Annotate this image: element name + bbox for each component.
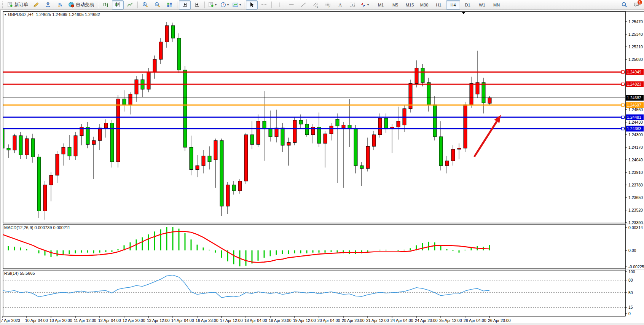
crosshair-button[interactable] <box>258 0 270 10</box>
text-icon: A <box>337 2 343 8</box>
fibonacci-button[interactable]: F <box>322 0 334 10</box>
candle-body <box>354 129 357 166</box>
candle-body <box>372 135 376 147</box>
candle-body <box>397 121 400 127</box>
price-tick-label: 1.23390 <box>628 220 643 225</box>
line-chart-icon <box>127 2 133 8</box>
main-toolbar: 新订单 自动交易 <box>0 0 644 10</box>
tab-timeframe-m5[interactable]: M5 <box>388 0 402 10</box>
hline-handle[interactable] <box>622 116 624 119</box>
tile-windows-button[interactable] <box>164 0 175 10</box>
notifications-button[interactable]: 1 <box>631 0 642 10</box>
trendline-button[interactable] <box>298 0 309 10</box>
hline-handle[interactable] <box>622 71 624 73</box>
chevron-down-icon: ▾ <box>227 3 229 6</box>
bar-chart-icon <box>102 2 109 8</box>
candle-body <box>378 118 382 135</box>
time-tick-label: 26 Apr 04:00 <box>464 318 486 323</box>
profile-button[interactable] <box>42 0 54 10</box>
candle-body <box>56 154 59 175</box>
pencil-button[interactable] <box>30 0 42 10</box>
indicators-button[interactable]: ▾ <box>206 0 218 10</box>
time-tick-label: 24 Apr 20:00 <box>415 318 438 323</box>
price-tick-label: 1.25210 <box>628 45 643 49</box>
tab-timeframe-m30[interactable]: M30 <box>417 0 431 10</box>
svg-text:T: T <box>351 3 354 7</box>
tile-windows-icon <box>166 2 173 8</box>
toolbar-grip <box>2 2 4 8</box>
hline-handle[interactable] <box>622 104 624 107</box>
svg-text:A: A <box>338 2 342 8</box>
candle-body <box>98 128 102 140</box>
chevron-down-icon: ▾ <box>239 3 241 6</box>
chart-symbol-period: GBPUSD-,H4 <box>8 12 33 17</box>
autotrade-button[interactable]: 自动交易 <box>67 0 96 10</box>
macd-indicator-label: MACD(12,26,9) 0.000739 0.000211 <box>4 225 70 230</box>
price-tick-label: 1.24430 <box>628 120 643 124</box>
bar-chart-button[interactable] <box>100 0 112 10</box>
arrows-button[interactable]: ▾ <box>359 0 370 10</box>
candlestick-chart-button[interactable] <box>112 0 124 10</box>
text-label-button[interactable]: T <box>346 0 358 10</box>
auto-scroll-button[interactable] <box>179 0 191 10</box>
price-badge-label: 1.24363 <box>627 126 641 131</box>
line-chart-button[interactable] <box>124 0 136 10</box>
search-button[interactable] <box>618 0 630 10</box>
candle-body <box>488 98 491 104</box>
candle-body <box>269 129 272 137</box>
hline-handle[interactable] <box>622 127 624 130</box>
crosshair-icon <box>261 2 267 8</box>
price-badge-label: 1.24682 <box>627 96 641 100</box>
text-button[interactable]: A <box>334 0 346 10</box>
tab-timeframe-w1[interactable]: W1 <box>475 0 489 10</box>
candle-body <box>74 136 77 156</box>
templates-button[interactable]: ▾ <box>231 0 242 10</box>
zoom-out-button[interactable] <box>151 0 163 10</box>
chart-shift-button[interactable] <box>191 0 203 10</box>
toolbar-separator <box>244 2 244 8</box>
candle-body <box>445 161 449 166</box>
toolbar-separator <box>372 2 372 8</box>
candle-body <box>208 156 211 162</box>
macd-tick-label: -0.002258 <box>628 264 644 269</box>
candle-body <box>324 134 327 143</box>
time-tick-label: 10 Apr 04:00 <box>25 318 48 323</box>
time-tick-label: 18 Apr 04:00 <box>244 318 267 323</box>
time-tick-label: 12 Apr 20:00 <box>123 318 145 323</box>
periods-button[interactable]: ▾ <box>218 0 230 10</box>
vertical-line-button[interactable] <box>273 0 285 10</box>
crayon-icon <box>33 2 39 8</box>
time-tick-label: 10 Apr 20:00 <box>49 318 72 323</box>
svg-text:F: F <box>329 6 330 8</box>
pane-separator[interactable] <box>3 269 644 270</box>
candle-body <box>190 147 193 169</box>
hline-handle[interactable] <box>622 83 624 86</box>
time-tick-label: 24 Apr 04:00 <box>391 318 413 323</box>
candle-body <box>244 135 248 181</box>
cursor-button[interactable] <box>246 0 258 10</box>
signal-button[interactable] <box>54 0 66 10</box>
new-order-button[interactable]: 新订单 <box>5 0 30 10</box>
tab-timeframe-d1[interactable]: D1 <box>461 0 475 10</box>
time-tick-label: 12 Apr 04:00 <box>98 318 121 323</box>
price-tick-label: 1.24040 <box>628 158 643 162</box>
candle-body <box>159 42 163 59</box>
price-badge-label: 1.24949 <box>627 70 641 74</box>
tab-timeframe-h4[interactable]: H4 <box>446 0 460 10</box>
candle-body <box>257 121 260 145</box>
tab-timeframe-mn[interactable]: MN <box>489 0 504 10</box>
horizontal-line-button[interactable] <box>285 0 297 10</box>
chart-canvas[interactable]: 1.254701.253401.252101.250801.245601.244… <box>0 0 644 325</box>
equidistant-channel-button[interactable]: E <box>310 0 322 10</box>
expander-icon[interactable]: ▼ <box>4 13 7 16</box>
tab-timeframe-h1[interactable]: H1 <box>432 0 446 10</box>
auto-scroll-icon <box>182 2 188 8</box>
tab-timeframe-m1[interactable]: M1 <box>374 0 388 10</box>
candle-body <box>153 59 156 72</box>
rsi-indicator-label: RSI(14) 55.5665 <box>4 271 35 276</box>
search-icon <box>621 2 628 8</box>
pane-separator[interactable] <box>3 223 644 225</box>
candle-body <box>293 120 296 142</box>
zoom-in-button[interactable] <box>139 0 151 10</box>
tab-timeframe-m15[interactable]: M15 <box>403 0 417 10</box>
